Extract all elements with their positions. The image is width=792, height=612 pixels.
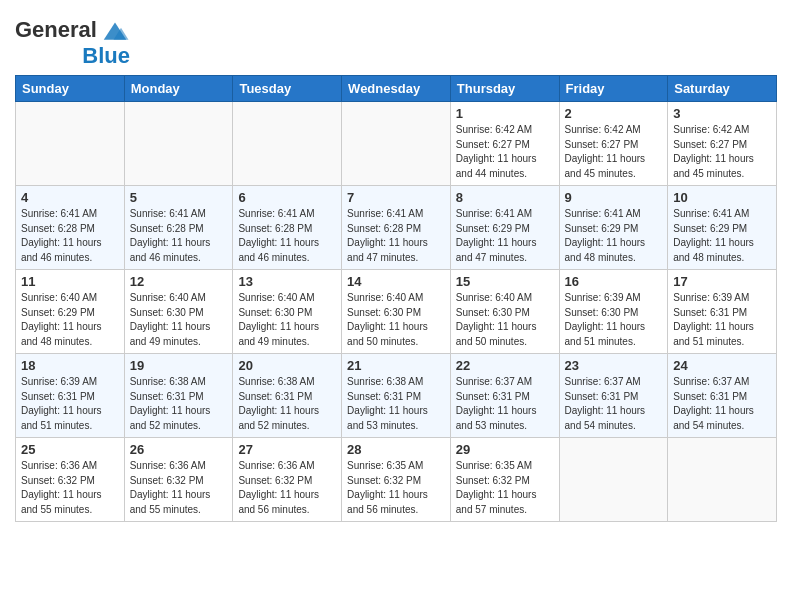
calendar-cell — [668, 438, 777, 522]
logo: General Blue — [15, 15, 130, 67]
weekday-header-sunday: Sunday — [16, 76, 125, 102]
calendar-cell: 12Sunrise: 6:40 AM Sunset: 6:30 PM Dayli… — [124, 270, 233, 354]
calendar-cell — [559, 438, 668, 522]
day-number: 22 — [456, 358, 554, 373]
calendar-body: 1Sunrise: 6:42 AM Sunset: 6:27 PM Daylig… — [16, 102, 777, 522]
day-info: Sunrise: 6:36 AM Sunset: 6:32 PM Dayligh… — [238, 459, 336, 517]
calendar-cell — [233, 102, 342, 186]
calendar-cell: 29Sunrise: 6:35 AM Sunset: 6:32 PM Dayli… — [450, 438, 559, 522]
logo-text-blue: Blue — [82, 45, 130, 67]
weekday-header-wednesday: Wednesday — [342, 76, 451, 102]
day-info: Sunrise: 6:41 AM Sunset: 6:28 PM Dayligh… — [347, 207, 445, 265]
calendar-cell: 24Sunrise: 6:37 AM Sunset: 6:31 PM Dayli… — [668, 354, 777, 438]
day-info: Sunrise: 6:40 AM Sunset: 6:30 PM Dayligh… — [238, 291, 336, 349]
day-info: Sunrise: 6:41 AM Sunset: 6:28 PM Dayligh… — [21, 207, 119, 265]
day-number: 9 — [565, 190, 663, 205]
weekday-header-row: SundayMondayTuesdayWednesdayThursdayFrid… — [16, 76, 777, 102]
weekday-header-tuesday: Tuesday — [233, 76, 342, 102]
day-info: Sunrise: 6:41 AM Sunset: 6:29 PM Dayligh… — [456, 207, 554, 265]
calendar-cell: 8Sunrise: 6:41 AM Sunset: 6:29 PM Daylig… — [450, 186, 559, 270]
day-info: Sunrise: 6:37 AM Sunset: 6:31 PM Dayligh… — [456, 375, 554, 433]
calendar-cell: 2Sunrise: 6:42 AM Sunset: 6:27 PM Daylig… — [559, 102, 668, 186]
calendar-week-4: 18Sunrise: 6:39 AM Sunset: 6:31 PM Dayli… — [16, 354, 777, 438]
calendar-cell: 19Sunrise: 6:38 AM Sunset: 6:31 PM Dayli… — [124, 354, 233, 438]
day-info: Sunrise: 6:35 AM Sunset: 6:32 PM Dayligh… — [347, 459, 445, 517]
calendar-cell: 13Sunrise: 6:40 AM Sunset: 6:30 PM Dayli… — [233, 270, 342, 354]
weekday-header-thursday: Thursday — [450, 76, 559, 102]
day-number: 4 — [21, 190, 119, 205]
day-number: 26 — [130, 442, 228, 457]
weekday-header-friday: Friday — [559, 76, 668, 102]
weekday-header-monday: Monday — [124, 76, 233, 102]
day-info: Sunrise: 6:36 AM Sunset: 6:32 PM Dayligh… — [130, 459, 228, 517]
page-container: General Blue SundayMondayTuesdayWednesda… — [0, 0, 792, 532]
calendar-cell: 27Sunrise: 6:36 AM Sunset: 6:32 PM Dayli… — [233, 438, 342, 522]
day-info: Sunrise: 6:42 AM Sunset: 6:27 PM Dayligh… — [565, 123, 663, 181]
day-info: Sunrise: 6:39 AM Sunset: 6:30 PM Dayligh… — [565, 291, 663, 349]
day-info: Sunrise: 6:41 AM Sunset: 6:28 PM Dayligh… — [130, 207, 228, 265]
calendar-cell: 26Sunrise: 6:36 AM Sunset: 6:32 PM Dayli… — [124, 438, 233, 522]
calendar-cell: 9Sunrise: 6:41 AM Sunset: 6:29 PM Daylig… — [559, 186, 668, 270]
day-number: 5 — [130, 190, 228, 205]
calendar-cell: 25Sunrise: 6:36 AM Sunset: 6:32 PM Dayli… — [16, 438, 125, 522]
day-number: 16 — [565, 274, 663, 289]
day-number: 21 — [347, 358, 445, 373]
logo-text-general: General — [15, 19, 97, 41]
day-info: Sunrise: 6:38 AM Sunset: 6:31 PM Dayligh… — [130, 375, 228, 433]
calendar-cell: 3Sunrise: 6:42 AM Sunset: 6:27 PM Daylig… — [668, 102, 777, 186]
day-info: Sunrise: 6:35 AM Sunset: 6:32 PM Dayligh… — [456, 459, 554, 517]
day-info: Sunrise: 6:40 AM Sunset: 6:29 PM Dayligh… — [21, 291, 119, 349]
day-number: 7 — [347, 190, 445, 205]
day-number: 10 — [673, 190, 771, 205]
day-info: Sunrise: 6:40 AM Sunset: 6:30 PM Dayligh… — [456, 291, 554, 349]
day-info: Sunrise: 6:40 AM Sunset: 6:30 PM Dayligh… — [347, 291, 445, 349]
day-number: 1 — [456, 106, 554, 121]
day-number: 25 — [21, 442, 119, 457]
calendar-cell: 16Sunrise: 6:39 AM Sunset: 6:30 PM Dayli… — [559, 270, 668, 354]
day-info: Sunrise: 6:39 AM Sunset: 6:31 PM Dayligh… — [673, 291, 771, 349]
calendar-week-1: 1Sunrise: 6:42 AM Sunset: 6:27 PM Daylig… — [16, 102, 777, 186]
day-number: 27 — [238, 442, 336, 457]
calendar-cell: 18Sunrise: 6:39 AM Sunset: 6:31 PM Dayli… — [16, 354, 125, 438]
calendar-cell — [124, 102, 233, 186]
header: General Blue — [15, 10, 777, 67]
calendar-cell: 28Sunrise: 6:35 AM Sunset: 6:32 PM Dayli… — [342, 438, 451, 522]
calendar-cell: 6Sunrise: 6:41 AM Sunset: 6:28 PM Daylig… — [233, 186, 342, 270]
weekday-header-saturday: Saturday — [668, 76, 777, 102]
calendar-cell: 1Sunrise: 6:42 AM Sunset: 6:27 PM Daylig… — [450, 102, 559, 186]
day-number: 8 — [456, 190, 554, 205]
day-number: 18 — [21, 358, 119, 373]
calendar-cell: 23Sunrise: 6:37 AM Sunset: 6:31 PM Dayli… — [559, 354, 668, 438]
calendar-cell: 21Sunrise: 6:38 AM Sunset: 6:31 PM Dayli… — [342, 354, 451, 438]
day-number: 11 — [21, 274, 119, 289]
day-number: 29 — [456, 442, 554, 457]
calendar-cell: 17Sunrise: 6:39 AM Sunset: 6:31 PM Dayli… — [668, 270, 777, 354]
day-number: 23 — [565, 358, 663, 373]
calendar-cell: 22Sunrise: 6:37 AM Sunset: 6:31 PM Dayli… — [450, 354, 559, 438]
day-info: Sunrise: 6:41 AM Sunset: 6:29 PM Dayligh… — [673, 207, 771, 265]
day-number: 24 — [673, 358, 771, 373]
calendar-cell — [342, 102, 451, 186]
calendar-week-3: 11Sunrise: 6:40 AM Sunset: 6:29 PM Dayli… — [16, 270, 777, 354]
calendar-cell — [16, 102, 125, 186]
day-info: Sunrise: 6:42 AM Sunset: 6:27 PM Dayligh… — [673, 123, 771, 181]
day-info: Sunrise: 6:39 AM Sunset: 6:31 PM Dayligh… — [21, 375, 119, 433]
day-info: Sunrise: 6:41 AM Sunset: 6:28 PM Dayligh… — [238, 207, 336, 265]
day-number: 3 — [673, 106, 771, 121]
calendar-cell: 7Sunrise: 6:41 AM Sunset: 6:28 PM Daylig… — [342, 186, 451, 270]
day-number: 14 — [347, 274, 445, 289]
day-number: 15 — [456, 274, 554, 289]
calendar-cell: 11Sunrise: 6:40 AM Sunset: 6:29 PM Dayli… — [16, 270, 125, 354]
calendar-cell: 14Sunrise: 6:40 AM Sunset: 6:30 PM Dayli… — [342, 270, 451, 354]
day-info: Sunrise: 6:42 AM Sunset: 6:27 PM Dayligh… — [456, 123, 554, 181]
day-number: 2 — [565, 106, 663, 121]
calendar-cell: 20Sunrise: 6:38 AM Sunset: 6:31 PM Dayli… — [233, 354, 342, 438]
calendar-cell: 5Sunrise: 6:41 AM Sunset: 6:28 PM Daylig… — [124, 186, 233, 270]
day-number: 13 — [238, 274, 336, 289]
day-number: 12 — [130, 274, 228, 289]
day-number: 6 — [238, 190, 336, 205]
calendar-week-2: 4Sunrise: 6:41 AM Sunset: 6:28 PM Daylig… — [16, 186, 777, 270]
day-number: 17 — [673, 274, 771, 289]
day-info: Sunrise: 6:36 AM Sunset: 6:32 PM Dayligh… — [21, 459, 119, 517]
logo-icon — [100, 15, 130, 45]
